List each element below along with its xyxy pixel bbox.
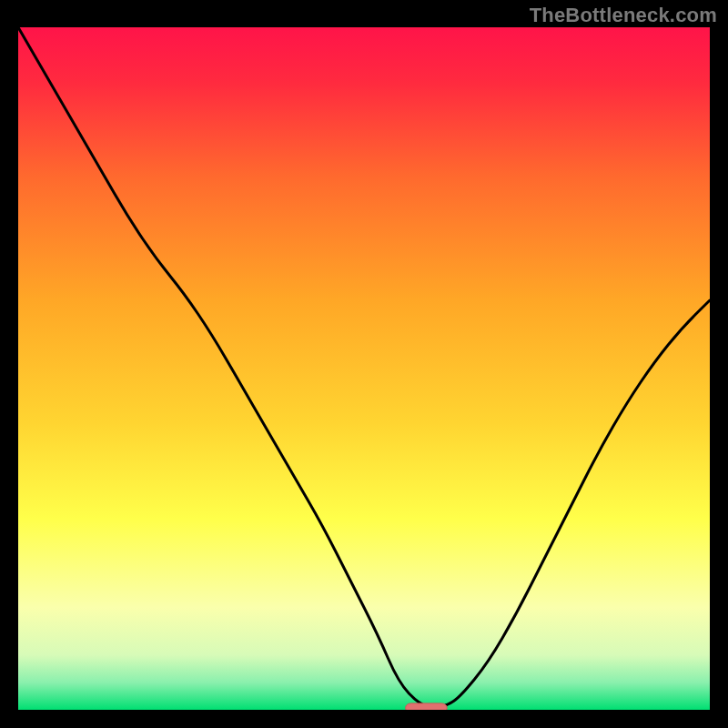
chart-frame: TheBottleneck.com (0, 0, 728, 728)
watermark-text: TheBottleneck.com (530, 4, 717, 27)
chart-svg (0, 0, 728, 728)
